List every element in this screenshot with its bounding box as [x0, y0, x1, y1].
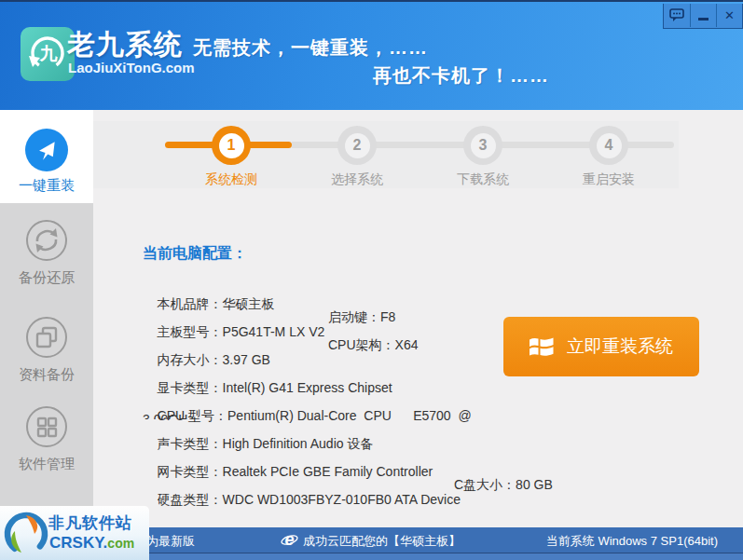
feedback-button[interactable] — [664, 4, 690, 27]
step-circle: 3 — [463, 126, 502, 165]
sidebar-item-data-backup[interactable]: 资料备份 — [0, 315, 93, 384]
step-circle: 4 — [589, 126, 628, 165]
app-grid-icon — [24, 404, 69, 449]
config-row-network: 网卡类型：Realtek PCIe GBE Family Controller — [143, 449, 674, 466]
step-label: 重启安装 — [570, 171, 648, 188]
close-button[interactable]: ✕ — [716, 4, 742, 27]
step-label: 选择系统 — [318, 171, 396, 188]
browser-e-icon: e — [281, 531, 298, 549]
sidebar-item-label: 一键重装 — [0, 177, 93, 195]
config-value-boot-key: 启动键：F8 — [328, 309, 395, 326]
slogan-line-1: 无需技术，一键重装，…… — [193, 35, 428, 61]
step-number: 4 — [597, 133, 622, 158]
step-label: 下载系统 — [444, 171, 522, 188]
minimize-icon — [698, 18, 709, 20]
window-controls: ✕ — [663, 4, 743, 29]
sidebar-item-reinstall[interactable]: 一键重装 — [0, 110, 93, 203]
watermark-domain-tld: com — [107, 536, 134, 551]
watermark-site-domain: CRSKY.com — [49, 534, 134, 553]
svg-text:e: e — [284, 531, 294, 549]
step-download-system: 3 下载系统 — [444, 126, 522, 188]
sidebar: 一键重装 备份还原 资料备份 — [0, 110, 93, 560]
cursor-arrow-icon — [25, 129, 68, 171]
step-system-check: 1 系统检测 — [192, 126, 270, 188]
version-status-text: 为最新版 — [146, 533, 195, 550]
config-cpu-clipped-line: 3.00GHz — [143, 413, 194, 419]
config-value-cpu-arch: CPU架构：X64 — [328, 337, 418, 354]
step-number: 1 — [219, 133, 244, 158]
minimize-button[interactable] — [690, 4, 716, 27]
sidebar-item-backup-restore[interactable]: 备份还原 — [0, 218, 93, 287]
watermark-site-name: 非凡软件站 — [48, 512, 132, 534]
app-window: 九 老九系统 LaoJiuXiTonG.com 无需技术，一键重装，…… 再也不… — [0, 0, 743, 560]
reinstall-button-label: 立即重装系统 — [567, 335, 673, 359]
reinstall-now-button[interactable]: 立即重装系统 — [503, 317, 699, 376]
config-row-audio: 声卡类型：High Definition Audio 设备 — [143, 421, 674, 438]
config-value: 硬盘类型：WDC WD1003FBYZ-010FB0 ATA Device — [158, 492, 461, 507]
slogan-line-2: 再也不卡机了！…… — [373, 63, 549, 89]
sidebar-item-label: 资料备份 — [0, 366, 93, 384]
sync-arrows-icon — [24, 218, 69, 263]
brand-name: 老九系统 — [67, 26, 183, 64]
crsky-watermark: 非凡软件站 CRSKY.com — [0, 506, 149, 560]
copy-files-icon — [24, 315, 69, 360]
svg-text:九: 九 — [39, 44, 59, 63]
cloud-match-text: 成功云匹配您的【华硕主板】 — [303, 533, 461, 550]
current-system-text: 当前系统 Windows 7 SP1(64bit) — [546, 533, 718, 550]
step-number: 2 — [345, 133, 370, 158]
step-label: 系统检测 — [192, 171, 270, 188]
watermark-domain-main: CRSKY. — [49, 534, 107, 552]
config-value-cdrive-size: C盘大小：80 GB — [454, 477, 553, 494]
config-row-disk: 硬盘类型：WDC WD1003FBYZ-010FB0 ATA Device C盘… — [143, 477, 674, 494]
step-circle: 2 — [337, 126, 377, 165]
step-reboot-install: 4 重启安装 — [570, 126, 648, 188]
windows-logo-icon — [530, 335, 554, 358]
brand-domain: LaoJiuXiTonG.com — [68, 60, 195, 75]
chat-bubble-icon — [669, 8, 684, 22]
sidebar-item-label: 备份还原 — [0, 269, 93, 287]
step-number: 3 — [471, 133, 496, 158]
config-row-cpu: CPU 型号：Pentium(R) Dual-Core CPU E5700 @ — [143, 393, 674, 410]
step-circle: 1 — [212, 126, 251, 165]
config-row-brand: 本机品牌：华硕主板 — [143, 281, 674, 298]
sidebar-item-label: 软件管理 — [0, 456, 93, 473]
crsky-logo-icon — [1, 509, 51, 559]
header: 九 老九系统 LaoJiuXiTonG.com 无需技术，一键重装，…… 再也不… — [0, 0, 743, 110]
step-choose-system: 2 选择系统 — [318, 126, 396, 188]
config-title: 当前电脑配置： — [143, 244, 247, 264]
sidebar-item-software-manager[interactable]: 软件管理 — [0, 404, 93, 473]
